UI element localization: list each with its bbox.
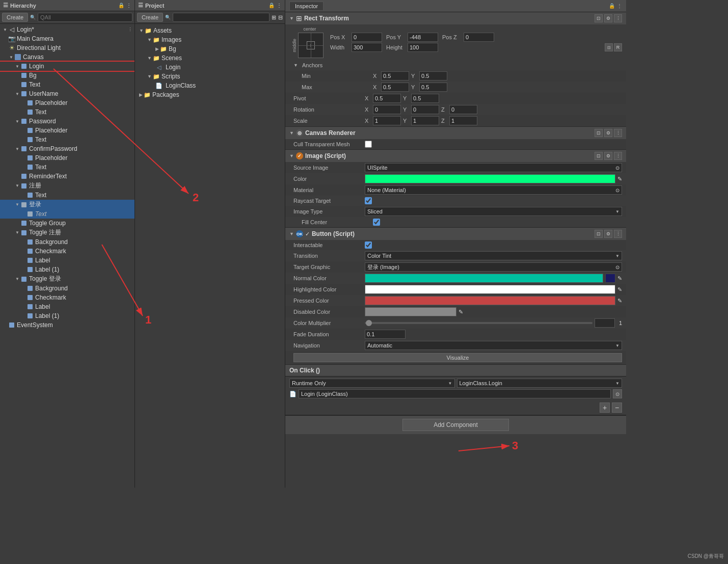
pressed-color-edit-icon[interactable]: ✎ [617, 298, 622, 304]
hierarchy-item-username[interactable]: ▼ UserName [0, 89, 134, 98]
button-script-header[interactable]: ▼ OK ✓ Button (Script) ⊡ ⚙ ⋮ [285, 228, 626, 240]
source-image-dropdown[interactable]: UISprite ⊙ [365, 163, 622, 172]
disabled-color-edit-icon[interactable]: ✎ [459, 309, 463, 315]
pivot-y-input[interactable] [411, 94, 439, 103]
img-settings-icon[interactable]: ⚙ [604, 152, 612, 160]
add-onclick-button[interactable]: + [600, 402, 610, 413]
btn-copy-icon[interactable]: ⊡ [595, 230, 603, 238]
cr-settings-icon[interactable]: ⚙ [604, 129, 612, 137]
rect-transform-widget[interactable]: + [298, 33, 323, 58]
scale-y-input[interactable] [411, 116, 439, 125]
hierarchy-item-login-star[interactable]: ▼ ◁ Login* ⋮ [0, 25, 134, 34]
material-circle-btn[interactable]: ⊙ [615, 187, 619, 193]
raycast-checkbox[interactable] [365, 197, 372, 204]
hierarchy-item-reminder[interactable]: ReminderText [0, 172, 134, 181]
hierarchy-item-confirm-password[interactable]: ▼ ConfirmPassword [0, 144, 134, 153]
hierarchy-item-toggle-login[interactable]: ▼ Toggle 登录 [0, 274, 134, 284]
btn-more-icon[interactable]: ⋮ [614, 230, 622, 238]
hierarchy-item-main-camera[interactable]: 📷 Main Camera [0, 34, 134, 43]
highlighted-color-swatch[interactable] [365, 285, 615, 294]
pos-x-input[interactable] [352, 33, 382, 42]
hierarchy-item-event-system[interactable]: EventSystem [0, 320, 134, 330]
object-circle-button[interactable]: ⊙ [613, 389, 622, 398]
anchor-min-y-input[interactable] [419, 71, 447, 80]
object-dropdown[interactable]: Login (LoginClass) [299, 389, 611, 398]
hierarchy-item-toggle-register-label2[interactable]: Label (1) [0, 265, 134, 274]
hierarchy-item-password[interactable]: ▼ Password [0, 117, 134, 126]
color-multiplier-slider[interactable] [365, 322, 592, 324]
pos-z-input[interactable] [464, 33, 494, 42]
anchor-min-x-input[interactable] [381, 71, 409, 80]
rotation-x-input[interactable] [373, 105, 401, 114]
hierarchy-item-login[interactable]: ▼ Login [0, 62, 134, 71]
disabled-color-swatch[interactable] [365, 307, 456, 316]
hierarchy-item-toggle-register[interactable]: ▼ Toggle 注册 [0, 228, 134, 237]
color-swatch[interactable] [365, 174, 615, 183]
cull-transparent-checkbox[interactable] [365, 141, 372, 148]
hierarchy-create-button[interactable]: Create [2, 13, 28, 22]
interactable-checkbox[interactable] [365, 241, 372, 249]
img-more-icon[interactable]: ⋮ [614, 152, 622, 160]
rect-copy-icon[interactable]: ⊡ [595, 14, 603, 22]
project-item-login-class[interactable]: 📄 LoginClass [137, 81, 283, 90]
project-item-assets[interactable]: ▼ 📁 Assets [137, 26, 283, 35]
fill-center-checkbox[interactable] [373, 219, 380, 226]
pivot-x-input[interactable] [373, 94, 401, 103]
hierarchy-search-input[interactable] [38, 13, 132, 22]
project-tool2-icon[interactable]: ⊟ [278, 14, 283, 21]
hierarchy-item-username-placeholder[interactable]: Placeholder [0, 98, 134, 108]
rect-settings-icon[interactable]: ⚙ [604, 14, 612, 22]
cr-copy-icon[interactable]: ⊡ [595, 129, 603, 137]
hierarchy-item-toggle-login-label[interactable]: Label [0, 302, 134, 311]
anchor-max-x-input[interactable] [381, 83, 409, 92]
hierarchy-item-login-btn-text[interactable]: Text [0, 209, 134, 219]
rotation-z-input[interactable] [449, 105, 477, 114]
anchor-max-y-input[interactable] [419, 83, 447, 92]
function-dropdown[interactable]: LoginClass.Login ▼ [457, 379, 623, 388]
hierarchy-item-password-text[interactable]: Text [0, 135, 134, 144]
hierarchy-item-toggle-login-bg[interactable]: Background [0, 284, 134, 293]
hierarchy-item-toggle-login-label2[interactable]: Label (1) [0, 311, 134, 320]
transition-dropdown[interactable]: Color Tint ▼ [365, 251, 622, 260]
highlighted-color-edit-icon[interactable]: ✎ [617, 286, 622, 293]
source-image-circle-btn[interactable]: ⊙ [615, 165, 619, 171]
hierarchy-item-toggle-login-check[interactable]: Checkmark [0, 293, 134, 302]
rt-r-icon[interactable]: R [614, 43, 622, 51]
navigation-dropdown[interactable]: Automatic ▼ [365, 341, 622, 350]
project-search-input[interactable] [173, 13, 269, 22]
hierarchy-item-canvas[interactable]: ▼ Canvas [0, 52, 134, 62]
remove-onclick-button[interactable]: − [612, 402, 622, 413]
project-create-button[interactable]: Create [137, 13, 163, 22]
scale-z-input[interactable] [449, 116, 477, 125]
btn-settings-icon[interactable]: ⚙ [604, 230, 612, 238]
project-item-login-scene[interactable]: ◁ Login [137, 63, 283, 72]
color-multiplier-input[interactable] [595, 318, 615, 328]
hierarchy-item-directional-light[interactable]: ☀ Directional Light [0, 43, 134, 52]
project-item-images[interactable]: ▼ 📁 Images [137, 35, 283, 44]
width-input[interactable] [352, 43, 382, 52]
rect-more-icon[interactable]: ⋮ [614, 14, 622, 22]
normal-color-edit-icon[interactable]: ✎ [617, 275, 622, 282]
image-script-header[interactable]: ▼ ✓ Image (Script) ⊡ ⚙ ⋮ [285, 150, 626, 162]
height-input[interactable] [408, 43, 438, 52]
inspector-more-icon[interactable]: ⋮ [617, 3, 622, 9]
project-tool1-icon[interactable]: ⊞ [272, 14, 276, 21]
project-item-packages[interactable]: ▶ 📁 Packages [137, 90, 283, 99]
rect-transform-header[interactable]: ▼ ⊞ Rect Transform ⊡ ⚙ ⋮ [285, 12, 626, 24]
hierarchy-item-bg[interactable]: Bg [0, 71, 134, 80]
target-graphic-circle-btn[interactable]: ⊙ [615, 264, 619, 270]
hierarchy-item-toggle-register-label[interactable]: Label [0, 256, 134, 265]
visualize-button[interactable]: Visualize [293, 353, 622, 362]
hierarchy-item-toggle-register-check[interactable]: Checkmark [0, 247, 134, 256]
hierarchy-item-register-btn[interactable]: ▼ 注册 [0, 181, 134, 191]
fade-duration-input[interactable] [365, 330, 406, 339]
inspector-tab[interactable]: Inspector [289, 2, 323, 10]
cr-more-icon[interactable]: ⋮ [614, 129, 622, 137]
rt-resize-icon[interactable]: ⊡ [605, 43, 613, 51]
image-type-dropdown[interactable]: Sliced ▼ [365, 207, 622, 216]
rotation-y-input[interactable] [411, 105, 439, 114]
normal-color-swatch[interactable] [365, 274, 603, 283]
runtime-only-dropdown[interactable]: Runtime Only ▼ [289, 379, 455, 388]
project-item-scripts[interactable]: ▼ 📁 Scripts [137, 72, 283, 81]
add-component-button[interactable]: Add Component [402, 419, 509, 431]
